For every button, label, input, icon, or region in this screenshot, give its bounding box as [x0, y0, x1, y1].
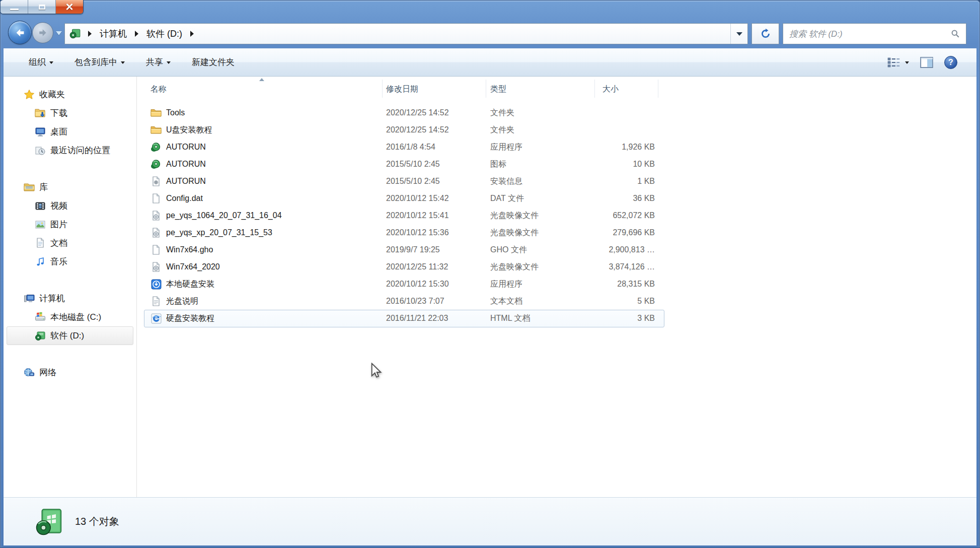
toolbar-view-controls: ? [884, 53, 976, 72]
sidebar-item-本地磁盘 (C:)[interactable]: 本地磁盘 (C:) [7, 308, 133, 326]
hdd-install-app-icon [150, 276, 162, 293]
toolbar-button-4[interactable]: 新建文件夹 [185, 53, 242, 72]
gho-file-icon [150, 241, 162, 258]
chevron-down-icon [905, 61, 909, 64]
file-row-Win7x64_2020[interactable]: Win7x64_2020 2020/12/25 11:32 光盘映像文件 3,8… [137, 258, 976, 276]
chevron-down-icon [121, 61, 125, 64]
preview-pane-icon [920, 56, 933, 68]
sidebar-item-收藏夹[interactable]: 收藏夹 [7, 85, 133, 104]
back-arrow-icon [15, 27, 26, 38]
sidebar-item-最近访问的位置[interactable]: 最近访问的位置 [7, 141, 133, 160]
chevron-down-icon [49, 61, 53, 64]
file-row-Win7x64.gho[interactable]: Win7x64.gho 2019/9/7 19:25 GHO 文件 2,900,… [137, 241, 976, 258]
column-header-size[interactable]: 大小 [602, 81, 619, 98]
file-row-本地硬盘安装[interactable]: 本地硬盘安装 2020/10/12 15:30 应用程序 28,315 KB [137, 276, 976, 293]
sidebar-item-音乐[interactable]: 音乐 [7, 252, 133, 271]
toolbar-commands: 组织 包含到库中 共享 新建文件夹 [4, 53, 884, 72]
file-row-pe_yqs_xp_20_07_31_15_53[interactable]: pe_yqs_xp_20_07_31_15_53 2020/10/12 15:3… [137, 224, 976, 241]
refresh-icon [760, 28, 771, 39]
search-icon[interactable] [951, 29, 960, 38]
sidebar-item-软件 (D:)[interactable]: 软件 (D:) [7, 326, 133, 345]
column-header-name[interactable]: 名称 [150, 81, 167, 98]
command-toolbar: 组织 包含到库中 共享 新建文件夹 [4, 48, 976, 77]
close-button[interactable] [56, 0, 83, 14]
desktop-icon [35, 126, 46, 138]
recent-places-icon [35, 145, 46, 156]
file-list: Tools 2020/12/25 14:52 文件夹 U盘安装教程 2020/1… [137, 104, 976, 327]
file-row-AUTORUN[interactable]: AUTORUN 2015/5/10 2:45 图标 10 KB [137, 156, 976, 173]
file-row-AUTORUN[interactable]: AUTORUN 2016/1/8 4:54 应用程序 1,926 KB [137, 139, 976, 156]
breadcrumb-drive-d[interactable]: 软件 (D:) [145, 26, 183, 42]
sidebar-item-下载[interactable]: 下载 [7, 104, 133, 122]
refresh-button[interactable] [751, 23, 779, 44]
explorer-window: 计算机 软件 (D:) 搜索 软件 (D:) 组织 包含到库中 [0, 0, 980, 548]
file-row-Tools[interactable]: Tools 2020/12/25 14:52 文件夹 [137, 104, 976, 121]
file-row-AUTORUN[interactable]: AUTORUN 2015/5/10 2:45 安装信息 1 KB [137, 173, 976, 190]
views-list-icon [887, 57, 900, 68]
star-icon [24, 89, 35, 100]
chevron-down-icon [736, 32, 742, 36]
sidebar-item-文档[interactable]: 文档 [7, 234, 133, 252]
autorun-ico-icon [150, 156, 162, 173]
pictures-icon [35, 219, 46, 230]
sidebar-item-计算机[interactable]: 计算机 [7, 289, 133, 308]
column-separator[interactable] [382, 80, 383, 98]
toolbar-button-1[interactable]: 组织 [22, 53, 60, 72]
libraries-icon [24, 182, 35, 193]
main-area: 收藏夹 下载 桌面 最近访问的位置 库 视频 图片 文档 音乐 计算机 本地磁盘 [4, 77, 976, 497]
item-count: 13 个对象 [75, 515, 119, 528]
file-row-光盘说明[interactable]: 光盘说明 2016/10/23 7:07 文本文档 5 KB [137, 293, 976, 310]
recent-pages-chevron[interactable] [56, 31, 62, 35]
autorun-app-icon [150, 139, 162, 156]
column-separator[interactable] [486, 80, 486, 98]
help-icon: ? [944, 56, 957, 69]
toolbar-button-3[interactable]: 共享 [139, 53, 178, 72]
sort-ascending-icon [259, 78, 264, 81]
toolbar-button-2[interactable]: 包含到库中 [67, 53, 132, 72]
sidebar-item-图片[interactable]: 图片 [7, 215, 133, 234]
sidebar-item-网络[interactable]: 网络 [7, 363, 133, 382]
file-list-pane: 名称 修改日期 类型 大小 Tools 2020/12/25 14:52 文件夹… [137, 77, 976, 497]
dat-file-icon [150, 190, 162, 207]
sidebar-item-视频[interactable]: 视频 [7, 196, 133, 215]
file-row-U盘安装教程[interactable]: U盘安装教程 2020/12/25 14:52 文件夹 [137, 121, 976, 139]
back-button[interactable] [8, 21, 32, 44]
column-separator[interactable] [594, 80, 595, 98]
file-row-Config.dat[interactable]: Config.dat 2020/10/12 15:42 DAT 文件 36 KB [137, 190, 976, 207]
setup-info-icon [150, 173, 162, 190]
file-row-pe_yqs_1064_20_07_31_16_04[interactable]: pe_yqs_1064_20_07_31_16_04 2020/10/12 15… [137, 207, 976, 224]
details-pane: 13 个对象 [4, 497, 976, 545]
download-folder-icon [35, 108, 46, 119]
help-button[interactable]: ? [941, 53, 960, 72]
column-separator[interactable] [658, 80, 658, 98]
column-header-type[interactable]: 类型 [490, 81, 506, 98]
folder-icon [150, 121, 162, 139]
drive-dvd-large-icon [35, 507, 64, 536]
search-box[interactable]: 搜索 软件 (D:) [783, 23, 966, 44]
close-icon [65, 3, 73, 11]
computer-icon [24, 293, 35, 304]
file-row-硬盘安装教程[interactable]: 硬盘安装教程 2016/11/21 22:03 HTML 文档 3 KB [137, 310, 976, 327]
minimize-button[interactable] [1, 0, 28, 14]
address-bar[interactable]: 计算机 软件 (D:) [64, 23, 748, 44]
breadcrumb-arrow-icon [88, 31, 92, 37]
column-header-date[interactable]: 修改日期 [386, 81, 418, 98]
address-dropdown-button[interactable] [730, 24, 747, 44]
videos-icon [35, 200, 46, 212]
disc-image-icon [150, 258, 162, 276]
breadcrumb-computer[interactable]: 计算机 [99, 26, 128, 42]
navigation-bar: 计算机 软件 (D:) 搜索 软件 (D:) [4, 19, 976, 48]
sidebar-item-库[interactable]: 库 [7, 178, 133, 196]
chevron-down-icon [167, 61, 171, 64]
drive-green-icon [69, 28, 81, 39]
sidebar-item-桌面[interactable]: 桌面 [7, 122, 133, 141]
minimize-icon [10, 9, 19, 10]
maximize-button[interactable] [28, 0, 56, 14]
change-view-button[interactable] [884, 54, 912, 71]
search-placeholder: 搜索 软件 (D:) [789, 28, 951, 40]
music-icon [35, 256, 46, 267]
disc-image-icon [150, 224, 162, 241]
preview-pane-button[interactable] [917, 54, 936, 71]
navigation-pane: 收藏夹 下载 桌面 最近访问的位置 库 视频 图片 文档 音乐 计算机 本地磁盘 [4, 77, 137, 497]
forward-button[interactable] [32, 22, 53, 43]
